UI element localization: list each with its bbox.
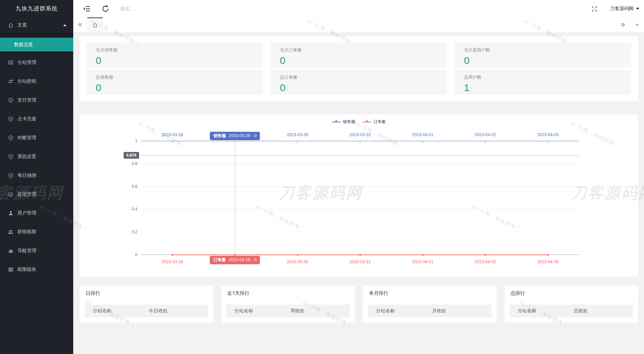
stat-card-today-orders: 当天订单量 0 xyxy=(270,43,447,67)
sidebar-item-4[interactable]: 对帐管理 xyxy=(0,128,73,147)
stat-value: 0 xyxy=(464,55,631,66)
rank-panel-total: 总排行 分站名称 总收款 xyxy=(505,286,638,323)
line-marker-icon xyxy=(362,120,371,124)
sidebar-item-label: 系统设置 xyxy=(17,154,36,160)
rank-col-amount: 周收款 xyxy=(291,308,350,314)
sidebar-item-6[interactable]: 每日抽佣 xyxy=(0,166,73,185)
chevron-down-icon xyxy=(635,22,640,27)
tooltip-value: 2023-03-29：0 xyxy=(228,258,256,262)
sidebar-item-label: 权限模块 xyxy=(17,267,36,273)
rank-title: 本月排行 xyxy=(363,286,497,300)
tabs-menu-button[interactable] xyxy=(630,17,644,32)
shield-check-icon xyxy=(8,192,13,197)
y-tick-label: 0.2 xyxy=(132,230,137,234)
axis-pointer-vertical-line xyxy=(235,141,235,256)
data-point xyxy=(172,254,173,256)
x-tick-label: 2023-03-30 xyxy=(266,260,329,264)
chevrons-left-icon xyxy=(78,22,83,27)
x-tick-label: 2023-04-02 xyxy=(454,260,516,264)
tabs-scroll-left-button[interactable] xyxy=(73,17,87,32)
sidebar-item-5[interactable]: 系统设置 xyxy=(0,147,73,166)
sidebar-item-8[interactable]: 用户管理 xyxy=(0,204,73,223)
stat-label: 总用户数 xyxy=(464,74,631,80)
x-tick-label: 2023-04-03 xyxy=(517,260,579,264)
x-axis-top-labels: 2023-03-28 2023-03-29 2023-03-30 2023-03… xyxy=(141,132,579,137)
stat-value: 0 xyxy=(280,55,447,66)
sidebar-menu: 分站管理 分站群组 支付管理 点卡充值 对帐管理 系统设置 每日抽佣 提现管理 … xyxy=(0,53,73,279)
users-icon xyxy=(8,229,13,235)
shield-check-icon xyxy=(8,173,13,178)
rank-table-header: 分站名称 总收款 xyxy=(510,305,633,317)
data-point xyxy=(547,254,549,256)
top-header: 刀客源码网 xyxy=(73,0,644,17)
legend-item-orders[interactable]: 订单量 xyxy=(362,119,386,125)
sidebar-item-label: 对帐管理 xyxy=(17,135,36,141)
sidebar-item-0[interactable]: 分站管理 xyxy=(0,53,73,72)
sidebar-item-label: 用户管理 xyxy=(17,210,36,216)
rank-panel-daily: 日排行 分站名称 今日收款 xyxy=(80,286,213,323)
tab-spacer xyxy=(103,17,616,32)
sidebar-item-2[interactable]: 支付管理 xyxy=(0,91,73,110)
stat-card-total-orders: 总订单量 0 xyxy=(270,70,447,94)
rank-title: 总排行 xyxy=(505,286,638,300)
gridline xyxy=(141,164,579,164)
x-tick-label: 2023-03-30 xyxy=(266,132,329,137)
x-tick-label: 2023-04-01 xyxy=(391,260,454,264)
y-tick-label: 1 xyxy=(135,139,137,143)
sidebar-item-label: 导航管理 xyxy=(17,248,36,254)
divider xyxy=(505,300,638,301)
axis-pointer-horizontal-line xyxy=(141,155,579,156)
data-point xyxy=(359,254,361,256)
y-tick-label: 0.8 xyxy=(132,161,137,166)
collapse-sidebar-icon[interactable] xyxy=(83,5,91,13)
gridline xyxy=(141,232,579,232)
stat-label: 当天销售额 xyxy=(96,47,263,53)
legend-item-sales[interactable]: 销售额 xyxy=(332,119,355,125)
refresh-icon[interactable] xyxy=(101,5,110,13)
bar-chart-icon xyxy=(8,248,13,253)
stat-value: 0 xyxy=(96,82,263,93)
sidebar-item-9[interactable]: 群组权限 xyxy=(0,223,73,241)
x-tick-label: 2023-04-02 xyxy=(454,132,516,137)
x-tick-label: 2023-04-01 xyxy=(391,132,454,137)
grid-icon xyxy=(8,267,13,272)
tabs-scroll-right-button[interactable] xyxy=(616,17,630,32)
y-tick-label: 0.6 xyxy=(132,184,137,189)
shield-check-icon xyxy=(8,135,13,141)
tooltip-series: 销售额 xyxy=(213,133,226,138)
shield-check-icon xyxy=(8,116,13,122)
data-point xyxy=(422,254,424,256)
rank-table-header: 分站名称 今日收款 xyxy=(85,305,208,317)
x-tick-label: 2023-03-31 xyxy=(329,132,391,137)
sidebar-item-home[interactable]: 主页 xyxy=(0,17,73,33)
search-input[interactable] xyxy=(120,4,194,13)
stats-panel: 当天销售额 0 当天订单量 0 当天新用户数 0 总销售额 0 总订单量 0 总… xyxy=(80,36,638,101)
rank-table-header: 分站名称 月收款 xyxy=(368,305,491,317)
x-tick-label: 2023-03-31 xyxy=(329,260,391,264)
sidebar-item-data-overview[interactable]: 数据总览 xyxy=(0,38,73,51)
rank-panel-week: 近7天排行 分站名称 周收款 xyxy=(221,286,355,323)
user-menu[interactable]: 刀客源码网 xyxy=(610,0,639,17)
divider xyxy=(80,300,213,301)
stat-card-total-users: 总用户数 1 xyxy=(455,70,631,94)
divider xyxy=(221,300,355,301)
sidebar-item-10[interactable]: 导航管理 xyxy=(0,241,73,260)
tab-home[interactable] xyxy=(87,17,103,32)
sidebar-item-label: 分站管理 xyxy=(17,60,36,66)
orders-tooltip-badge: 订单量2023-03-29：0 xyxy=(210,256,260,264)
caret-up-icon xyxy=(63,24,67,26)
home-icon xyxy=(8,23,13,28)
fullscreen-icon[interactable] xyxy=(591,6,598,12)
sidebar-item-11[interactable]: 权限模块 xyxy=(0,260,73,279)
x-tick-label: 2023-03-28 xyxy=(141,132,204,137)
stat-value: 0 xyxy=(96,55,263,66)
x-axis-bottom-labels: 2023-03-28 2023-03-29 2023-03-30 2023-03… xyxy=(141,260,579,264)
sales-tooltip-badge: 销售额2023-03-29：0 xyxy=(210,132,260,140)
y-tick-label: 0.4 xyxy=(132,207,137,211)
sidebar-item-1[interactable]: 分站群组 xyxy=(0,72,73,91)
sidebar-item-7[interactable]: 提现管理 xyxy=(0,185,73,204)
rank-col-site-name: 分站名称 xyxy=(510,308,574,314)
columns-icon xyxy=(8,60,13,65)
caret-down-icon xyxy=(636,8,639,10)
sidebar-item-3[interactable]: 点卡充值 xyxy=(0,110,73,128)
